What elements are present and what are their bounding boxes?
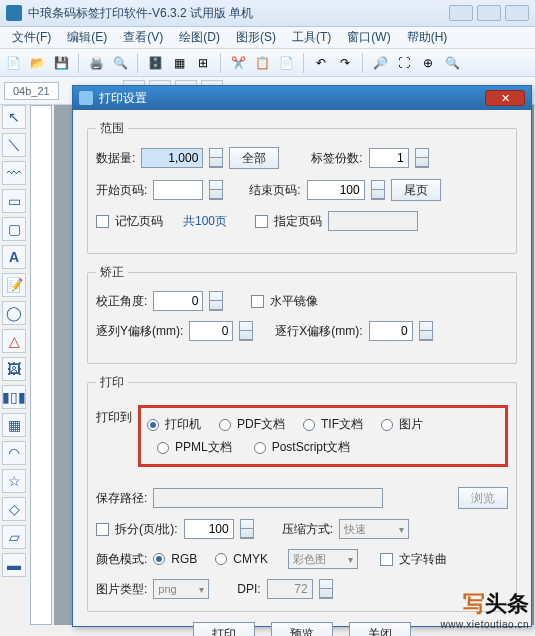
copies-input[interactable] [369,148,409,168]
split-checkbox[interactable] [96,523,109,536]
split-spinner[interactable] [240,519,254,539]
data-qty-spinner[interactable] [209,148,223,168]
minimize-button[interactable] [449,5,473,21]
outline-text-checkbox[interactable] [380,553,393,566]
star-tool-icon[interactable]: ☆ [2,469,26,493]
start-page-input[interactable] [153,180,203,200]
target-ppml-radio[interactable] [157,442,169,454]
zoom-in-icon[interactable]: 🔎 [371,54,389,72]
pointer-tool-icon[interactable]: ↖ [2,105,26,129]
database-icon[interactable]: 🗄️ [146,54,164,72]
copies-spinner[interactable] [415,148,429,168]
color-rgb-radio[interactable] [153,553,165,565]
preview-button[interactable]: 预览 [271,622,333,636]
end-page-spinner[interactable] [371,180,385,200]
redo-icon[interactable]: ↷ [336,54,354,72]
all-button[interactable]: 全部 [229,147,279,169]
cut-icon[interactable]: ✂️ [229,54,247,72]
center-icon[interactable]: ⊕ [419,54,437,72]
menu-shape[interactable]: 图形(S) [228,26,284,49]
last-page-button[interactable]: 尾页 [391,179,441,201]
target-pdf-label: PDF文档 [237,416,285,433]
target-ps-radio[interactable] [254,442,266,454]
menu-edit[interactable]: 编辑(E) [59,26,115,49]
print-group: 打印 打印到 打印机 PDF文档 TIF文档 图片 [87,374,517,612]
curve-tool-icon[interactable]: 〰 [2,161,26,185]
open-icon[interactable]: 📂 [28,54,46,72]
total-pages-link[interactable]: 共100页 [183,213,227,230]
roundrect-tool-icon[interactable]: ▢ [2,217,26,241]
save-icon[interactable]: 💾 [52,54,70,72]
rich-text-tool-icon[interactable]: 📝 [2,273,26,297]
correction-legend: 矫正 [96,264,128,281]
qrcode-tool-icon[interactable]: ▦ [2,413,26,437]
menu-view[interactable]: 查看(V) [115,26,171,49]
specify-page-input [328,211,418,231]
target-printer-radio[interactable] [147,419,159,431]
target-pdf-radio[interactable] [219,419,231,431]
grid-icon[interactable]: ⊞ [194,54,212,72]
target-ps-label: PostScript文档 [272,439,351,456]
diamond-tool-icon[interactable]: ◇ [2,497,26,521]
dialog-icon [79,91,93,105]
x-offset-spinner[interactable] [419,321,433,341]
separator [137,53,138,73]
zoom-out-icon[interactable]: 🔍 [443,54,461,72]
split-input[interactable] [184,519,234,539]
menu-tool[interactable]: 工具(T) [284,26,339,49]
start-page-spinner[interactable] [209,180,223,200]
mirror-checkbox[interactable] [251,295,264,308]
text-tool-icon[interactable]: A [2,245,26,269]
split-label: 拆分(页/批): [115,521,178,538]
menu-draw[interactable]: 绘图(D) [171,26,228,49]
fill-tool-icon[interactable]: ▬ [2,553,26,577]
table-icon[interactable]: ▦ [170,54,188,72]
dpi-label: DPI: [237,582,260,596]
line-tool-icon[interactable]: ＼ [2,133,26,157]
app-icon [6,5,22,21]
menu-file[interactable]: 文件(F) [4,26,59,49]
y-offset-spinner[interactable] [239,321,253,341]
paste-icon[interactable]: 📄 [277,54,295,72]
angle-spinner[interactable] [209,291,223,311]
maximize-button[interactable] [477,5,501,21]
arc-tool-icon[interactable]: ◠ [2,441,26,465]
copy-icon[interactable]: 📋 [253,54,271,72]
menu-help[interactable]: 帮助(H) [399,26,456,49]
target-image-radio[interactable] [381,419,393,431]
color-cmyk-radio[interactable] [215,553,227,565]
color-cmyk-label: CMYK [233,552,268,566]
remember-page-checkbox[interactable] [96,215,109,228]
preview-icon[interactable]: 🔍 [111,54,129,72]
new-icon[interactable]: 📄 [4,54,22,72]
image-tool-icon[interactable]: 🖼 [2,357,26,381]
fit-icon[interactable]: ⛶ [395,54,413,72]
undo-icon[interactable]: ↶ [312,54,330,72]
target-tif-radio[interactable] [303,419,315,431]
polygon-tool-icon[interactable]: △ [2,329,26,353]
ellipse-tool-icon[interactable]: ◯ [2,301,26,325]
end-page-input[interactable] [307,180,365,200]
start-page-label: 开始页码: [96,182,147,199]
dialog-close-button[interactable]: ✕ [485,90,525,106]
print-icon[interactable]: 🖨️ [87,54,105,72]
rect-tool-icon[interactable]: ▭ [2,189,26,213]
close-button[interactable]: 关闭 [349,622,411,636]
document-tab[interactable]: 04b_21 [4,82,59,100]
app-title: 中琅条码标签打印软件-V6.3.2 试用版 单机 [28,5,253,22]
data-qty-input[interactable] [141,148,203,168]
angle-input[interactable] [153,291,203,311]
image-type-select: png [153,579,209,599]
dialog-titlebar: 打印设置 ✕ [73,86,531,110]
main-titlebar: 中琅条码标签打印软件-V6.3.2 试用版 单机 [0,0,535,27]
barcode-tool-icon[interactable]: ▮▯▮ [2,385,26,409]
color-rgb-label: RGB [171,552,197,566]
print-button[interactable]: 打印 [193,622,255,636]
x-offset-input[interactable] [369,321,413,341]
menu-window[interactable]: 窗口(W) [339,26,398,49]
y-offset-label: 逐列Y偏移(mm): [96,323,183,340]
parallelogram-tool-icon[interactable]: ▱ [2,525,26,549]
specify-page-checkbox[interactable] [255,215,268,228]
close-window-button[interactable] [505,5,529,21]
y-offset-input[interactable] [189,321,233,341]
